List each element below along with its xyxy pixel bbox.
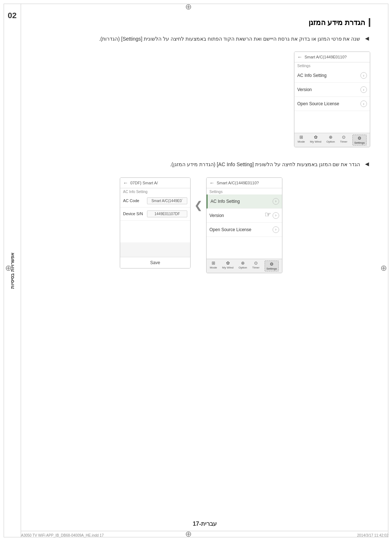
right-nav-option-label: Option <box>238 266 247 269</box>
footer-right: 2014/3/17 11:42:02 <box>357 533 388 537</box>
nav-mode[interactable]: ⊞ Mode <box>298 135 305 146</box>
right-nav-mode[interactable]: ⊞ Mode <box>210 261 217 271</box>
right-menu-label-1: Version <box>209 213 224 218</box>
right-phone-wrap: ← Smart A/C(1449E0110? Settings AC Info … <box>206 177 282 273</box>
right-nav-mywind[interactable]: ✿ My Wind <box>222 261 233 271</box>
second-section: ◄ הגדר את שם המזגן באמצעות לחיצה על הלשו… <box>32 158 370 273</box>
section1-chevron-1: › <box>360 86 367 93</box>
right-nav-mode-label: Mode <box>210 266 217 269</box>
page-footer: A3050 TV WiFi APP_IB_DB68-04009A_HE.indd… <box>21 531 388 537</box>
nav-settings-active[interactable]: ⚙ Settings <box>352 135 367 146</box>
nav-option[interactable]: ⊕ Option <box>326 135 335 146</box>
left-back-arrow[interactable]: ← <box>123 180 128 186</box>
section1-menu-item-2[interactable]: Open Source License › <box>294 97 370 111</box>
main-content: הגדרת מידע המזגן ◄ שנה את פרטי המזגן או … <box>21 4 388 537</box>
section1-header-title: Smart A/C(1449E0110? <box>305 55 367 59</box>
footer-left: A3050 TV WiFi APP_IB_DB68-04009A_HE.indd… <box>21 533 104 537</box>
left-field-value-1[interactable]: 1449E01107DF <box>147 210 187 217</box>
right-phone-header: ← Smart A/C(1449E0110? <box>207 178 282 188</box>
right-nav-settings-icon: ⚙ <box>270 262 274 267</box>
left-section-label: AC Info Setting <box>120 188 190 194</box>
left-header-title: 07DF} Smart A/ <box>130 181 187 185</box>
left-phone-header: ← 07DF} Smart A/ <box>120 178 190 188</box>
section1-back-arrow[interactable]: ← <box>297 54 302 60</box>
left-field-label-0: AC Code <box>123 198 145 203</box>
nav-settings-label: Settings <box>354 141 365 144</box>
hand-cursor-icon: ☞ <box>265 210 271 219</box>
nav-timer[interactable]: ⊙ Timer <box>340 135 347 146</box>
left-field-label-1: Device S/N <box>123 212 145 216</box>
right-menu-label-2: Open Source License <box>209 227 251 232</box>
section1-title: הגדרת מידע המזגן <box>32 18 370 27</box>
right-section-label: Settings <box>207 188 282 194</box>
left-field-value-0[interactable]: Smart A/C(1449E0` <box>147 197 187 204</box>
right-back-arrow[interactable]: ← <box>209 180 215 186</box>
nav-timer-label: Timer <box>340 140 347 143</box>
section1-chevron-2: › <box>360 101 367 107</box>
right-nav-option-icon: ⊕ <box>241 261 245 266</box>
section1-settings-label: Settings <box>294 62 370 69</box>
section1-mockup-area: ← Smart A/C(1449E0110? Settings AC Info … <box>32 52 370 147</box>
two-phones-area: ← 07DF} Smart A/ AC Info Setting AC Code… <box>32 177 370 273</box>
arrow-between: ❮ <box>191 199 206 211</box>
right-chevron-1: › <box>273 212 279 219</box>
right-nav-timer-icon: ⊙ <box>254 261 258 266</box>
right-menu-item-1[interactable]: Version › ☞ <box>207 209 282 223</box>
section1-spacer <box>294 111 370 133</box>
left-save-bar: Save <box>120 257 190 268</box>
section1-menu-label-1: Version <box>297 87 312 92</box>
right-chevron-0: › <box>273 198 279 205</box>
save-button[interactable]: Save <box>150 260 160 265</box>
right-menu-label-0: AC Info Setting <box>211 199 240 204</box>
right-nav-mywind-label: My Wind <box>222 266 233 269</box>
right-nav-mode-icon: ⊞ <box>212 261 215 266</box>
right-menu-item-2[interactable]: Open Source License › <box>207 223 282 237</box>
section1-menu-item-1[interactable]: Version › <box>294 83 370 97</box>
sidebar-number: 02 <box>8 11 16 20</box>
section1-phone-header: ← Smart A/C(1449E0110? <box>294 52 370 62</box>
bullet2: ◄ <box>364 158 370 170</box>
right-nav-timer[interactable]: ⊙ Timer <box>252 261 260 271</box>
right-nav-settings-label: Settings <box>266 267 277 270</box>
left-field-row-0: AC Code Smart A/C(1449E0` <box>120 194 190 208</box>
right-phone-spacer <box>207 237 282 259</box>
nav-option-icon: ⊕ <box>329 135 332 140</box>
left-phone-spacer <box>120 221 190 242</box>
section1-phone-nav: ⊞ Mode ✿ My Wind ⊕ Option ⊙ Timer ⚙ Se <box>294 133 370 147</box>
nav-mywind[interactable]: ✿ My Wind <box>310 135 321 146</box>
bullet1: ◄ <box>364 33 370 44</box>
section2-paragraph: ◄ הגדר את שם המזגן באמצעות לחיצה על הלשו… <box>32 158 370 170</box>
left-phone-screen: ← 07DF} Smart A/ AC Info Setting AC Code… <box>120 177 191 269</box>
left-field-row-1: Device S/N 1449E01107DF <box>120 208 190 221</box>
right-phone-nav: ⊞ Mode ✿ My Wind ⊕ Option ⊙ <box>207 259 282 273</box>
section1-phone-screen: ← Smart A/C(1449E0110? Settings AC Info … <box>294 52 370 147</box>
section1-menu-label-0: AC Info Setting <box>297 73 327 78</box>
right-nav-settings-active[interactable]: ⚙ Settings <box>265 261 279 271</box>
sidebar-text: אפשרויות בסיסיות <box>9 253 15 289</box>
left-arrow-icon: ❮ <box>194 199 203 211</box>
right-chevron-2: › <box>273 226 279 233</box>
section1-menu-item-0[interactable]: AC Info Setting › <box>294 69 370 83</box>
nav-timer-icon: ⊙ <box>342 135 346 140</box>
right-nav-mywind-icon: ✿ <box>226 261 230 266</box>
right-phone-screen: ← Smart A/C(1449E0110? Settings AC Info … <box>206 177 282 273</box>
right-nav-timer-label: Timer <box>252 266 260 269</box>
right-menu-item-0[interactable]: AC Info Setting › <box>207 194 282 209</box>
section1-menu-label-2: Open Source License <box>297 101 339 106</box>
sidebar: 02 אפשרויות בסיסיות <box>4 4 21 537</box>
page-number: עברית-17 <box>193 520 217 527</box>
right-header-title: Smart A/C(1449E0110? <box>217 181 279 185</box>
nav-mywind-label: My Wind <box>310 140 321 143</box>
right-nav-option[interactable]: ⊕ Option <box>238 261 247 271</box>
nav-mode-label: Mode <box>298 140 305 143</box>
nav-option-label: Option <box>326 140 335 143</box>
section1-paragraph: ◄ שנה את פרטי המזגן או בדוק את גרסת הייי… <box>32 33 370 44</box>
section1-chevron-0: › <box>360 72 367 79</box>
nav-mywind-icon: ✿ <box>314 135 318 140</box>
nav-mode-icon: ⊞ <box>299 135 303 140</box>
nav-settings-icon: ⚙ <box>358 136 362 141</box>
